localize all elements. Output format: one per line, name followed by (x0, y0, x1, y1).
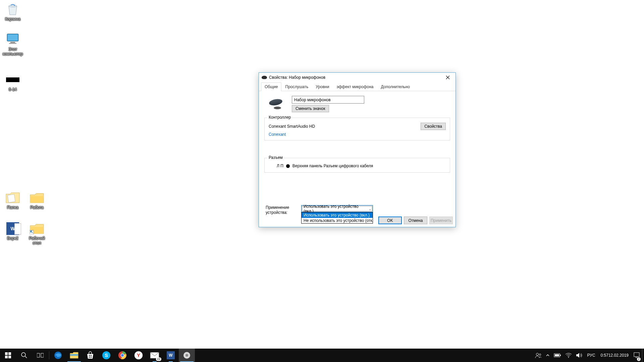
ok-button[interactable]: OK (378, 217, 402, 224)
svg-point-37 (568, 357, 569, 358)
sound-settings-icon (183, 352, 191, 359)
search-button[interactable] (16, 349, 32, 362)
change-icon-button[interactable]: Сменить значок (292, 105, 329, 112)
mail-badge-count: 22 (156, 357, 161, 361)
desktop-icon-label: Работа (24, 205, 50, 210)
chevron-up-icon (546, 353, 550, 357)
yandex-icon: Y (134, 351, 143, 360)
svg-rect-21 (91, 357, 92, 358)
svg-rect-9 (8, 352, 11, 355)
controller-groupbox: Контроллер Conexant SmartAudio HD Свойст… (264, 118, 450, 140)
svg-rect-10 (5, 356, 8, 358)
tray-battery[interactable] (552, 349, 563, 362)
close-button[interactable] (440, 73, 455, 82)
system-tray: РУС 0:57 12.02.2019 2 (533, 349, 644, 362)
device-name-input[interactable] (292, 96, 364, 104)
taskbar-app-explorer[interactable] (66, 349, 82, 362)
show-desktop-button[interactable] (642, 349, 644, 362)
controller-properties-button[interactable]: Свойства (421, 123, 446, 130)
word-icon: W (167, 351, 175, 359)
taskbar-app-chrome[interactable] (114, 349, 130, 362)
folder-icon (5, 191, 21, 204)
taskbar: S Y 22 W РУС 0:57 12.02.2019 (0, 349, 644, 362)
tab-advanced[interactable]: Дополнительно (377, 82, 414, 91)
folder-shortcut-icon (29, 222, 45, 235)
svg-rect-11 (8, 356, 11, 358)
svg-rect-5 (9, 43, 16, 44)
notification-badge-count: 2 (637, 357, 641, 361)
recycle-bin-icon (5, 3, 21, 16)
svg-rect-20 (89, 357, 90, 358)
desktop-icon-this-pc[interactable]: Этоткомпьютер (0, 33, 25, 57)
desktop-icon-folder[interactable]: Работа (24, 191, 50, 210)
task-view-icon (37, 353, 44, 358)
desktop-icon-folder[interactable]: Рабочийстол (24, 222, 50, 246)
tray-notifications[interactable]: 2 (631, 349, 642, 362)
tray-show-hidden[interactable] (544, 349, 552, 362)
desktop-icon-label: Этоткомпьютер (0, 47, 25, 57)
wifi-icon (565, 353, 572, 358)
dialog-titlebar[interactable]: Свойства: Набор микрофонов (259, 73, 455, 82)
device-usage-combobox[interactable]: Использовать это устройство (вкл.) ⌄ (301, 205, 373, 212)
desktop-icon-label: Рабочийстол (24, 236, 50, 246)
tray-wifi[interactable] (563, 349, 574, 362)
apply-button: Применить (429, 217, 453, 224)
properties-dialog: Свойства: Набор микрофонов Общие Прослуш… (259, 72, 456, 227)
desktop-icon-word-doc[interactable]: W Ворк2 (0, 222, 25, 241)
svg-point-0 (9, 5, 17, 7)
usage-option-enable[interactable]: Использовать это устройство (вкл.) (302, 213, 373, 218)
word-icon: W (5, 222, 21, 235)
cancel-button[interactable]: Отмена (404, 217, 427, 224)
desktop-icon-folder[interactable]: Папка (0, 191, 25, 210)
folder-icon (29, 191, 45, 204)
store-icon (86, 351, 94, 359)
svg-text:Y: Y (137, 352, 140, 358)
controller-vendor-link[interactable]: Conexant (269, 132, 446, 137)
svg-point-32 (536, 353, 538, 356)
tray-clock[interactable]: 0:57 12.02.2019 (598, 349, 631, 362)
taskbar-app-mail[interactable]: 22 (147, 349, 163, 362)
tab-mic-effect[interactable]: эффект микрофона (333, 82, 377, 91)
taskbar-app-sound-settings[interactable] (179, 349, 195, 362)
svg-rect-6 (8, 194, 15, 203)
desktop-icon-item[interactable]: 6-14 (0, 73, 25, 92)
device-usage-dropdown-list: Использовать это устройство (вкл.) Не ис… (301, 212, 373, 224)
tray-language[interactable]: РУС (585, 349, 598, 362)
desktop-icon-recycle-bin[interactable]: Корзина (0, 3, 25, 21)
usage-option-disable[interactable]: Не использовать это устройство (откл.) (302, 218, 373, 223)
svg-rect-14 (37, 353, 40, 357)
tab-levels[interactable]: Уровни (312, 82, 333, 91)
computer-icon (5, 33, 21, 46)
tray-volume[interactable] (574, 349, 585, 362)
close-icon (446, 75, 450, 79)
taskbar-app-store[interactable] (82, 349, 98, 362)
desktop-icon-label: Ворк2 (0, 236, 25, 241)
connector-legend: Разъем (267, 155, 284, 160)
svg-rect-4 (10, 42, 15, 43)
svg-rect-15 (41, 353, 44, 357)
taskbar-app-word[interactable]: W (163, 349, 179, 362)
tab-listen[interactable]: Прослушать (281, 82, 312, 91)
tab-general[interactable]: Общие (261, 82, 281, 91)
taskbar-app-skype[interactable]: S (98, 349, 114, 362)
battery-icon (554, 353, 561, 358)
desktop-icon-label: Корзина (0, 17, 25, 21)
svg-point-31 (185, 354, 188, 357)
volume-icon (576, 352, 583, 358)
controller-legend: Контроллер (267, 115, 292, 120)
taskbar-app-edge[interactable] (50, 349, 66, 362)
svg-point-33 (539, 354, 541, 356)
svg-rect-3 (8, 35, 18, 41)
file-explorer-icon (70, 352, 78, 359)
svg-rect-18 (89, 355, 90, 356)
controller-name: Conexant SmartAudio HD (269, 124, 421, 129)
tray-people[interactable] (533, 349, 544, 362)
taskbar-app-yandex[interactable]: Y (130, 349, 147, 362)
desktop-icon-label: Папка (0, 205, 25, 210)
device-usage-label: Применениеустройства: (266, 205, 295, 215)
start-button[interactable] (0, 349, 16, 362)
blank-icon (5, 73, 21, 86)
dialog-title: Свойства: Набор микрофонов (269, 75, 325, 80)
task-view-button[interactable] (32, 349, 48, 362)
clock-date: 12.02.2019 (608, 353, 629, 358)
